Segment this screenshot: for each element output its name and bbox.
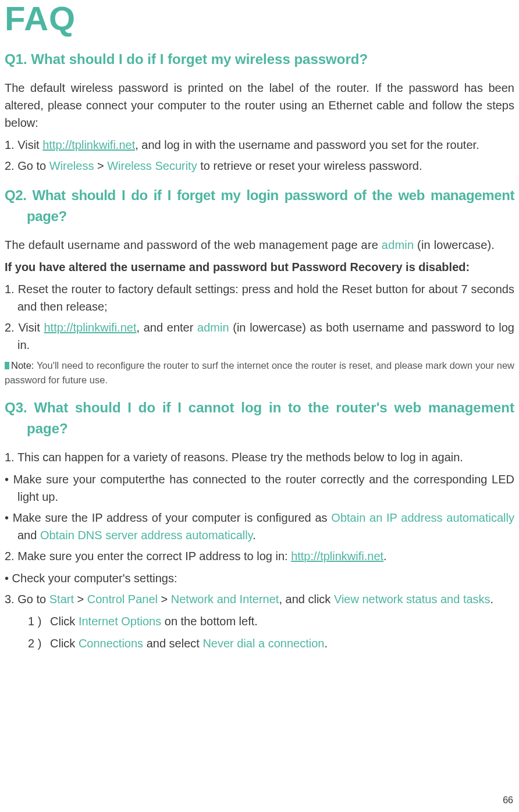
tplink-login-link[interactable]: http://tplinkwifi.net xyxy=(44,321,137,334)
faq-q3-list3: 3. Go to Start > Control Panel > Network… xyxy=(5,590,514,608)
step-number: 2. xyxy=(5,321,18,334)
step-number: 1. xyxy=(5,451,17,464)
faq-q3-label: Q3. xyxy=(5,400,27,415)
faq-q3-bullet1: Make sure your computerthe has connected… xyxy=(5,471,514,505)
text-span: Visit xyxy=(17,138,42,151)
faq-q3-bullet2: Make sure the IP address of your compute… xyxy=(5,509,514,544)
step-number: 2. xyxy=(5,159,17,172)
faq-q3-sub2: 2 )Click Connections and select Never di… xyxy=(28,635,514,652)
text-span: . xyxy=(383,550,387,562)
menu-control-panel: Control Panel xyxy=(87,593,158,606)
text-span: The default username and password of the… xyxy=(5,238,382,251)
menu-internet-options: Internet Options xyxy=(79,615,161,628)
menu-path-wireless-security: Wireless Security xyxy=(107,159,197,172)
admin-keyword: admin xyxy=(382,238,414,251)
text-span: . xyxy=(490,593,494,606)
substep-number: 1 ) xyxy=(28,612,50,630)
text-span: Click xyxy=(50,637,79,650)
faq-q1-step2: 2. Go to Wireless > Wireless Security to… xyxy=(5,157,514,174)
note-text: You'll need to reconfigure the router to… xyxy=(5,360,514,385)
menu-view-network-status: View network status and tasks xyxy=(334,593,490,606)
faq-q1-step1: 1. Visit http://tplinkwifi.net, and log … xyxy=(5,136,514,154)
faq-q3-sublist: 1 )Click Internet Options on the bottom … xyxy=(5,612,514,652)
obtain-ip-auto: Obtain an IP address automatically xyxy=(331,511,514,524)
faq-q3-step1: 1. This can happen for a variety of reas… xyxy=(5,448,514,466)
step-number: 3. xyxy=(5,593,17,606)
faq-q1-heading: Q1. What should I do if I forget my wire… xyxy=(5,49,514,70)
text-span: , and enter xyxy=(136,321,197,334)
faq-q3-step2: 2. Make sure you enter the correct IP ad… xyxy=(5,547,514,565)
faq-q3-list2: 2. Make sure you enter the correct IP ad… xyxy=(5,547,514,565)
faq-q3-bullets1: Make sure your computerthe has connected… xyxy=(5,471,514,544)
faq-q1-intro: The default wireless password is printed… xyxy=(5,79,514,131)
text-span: on the bottom left. xyxy=(161,615,258,628)
text-span: > xyxy=(94,159,107,172)
faq-q1-text: What should I do if I forget my wireless… xyxy=(31,51,368,67)
text-span: . xyxy=(324,637,328,650)
step-number: 1. xyxy=(5,283,18,295)
tplink-login-link[interactable]: http://tplinkwifi.net xyxy=(42,138,135,151)
faq-q2-steps: 1. Reset the router to factory default s… xyxy=(5,280,514,354)
menu-connections: Connections xyxy=(79,637,143,650)
faq-q3-heading: Q3. What should I do if I cannot log in … xyxy=(5,397,514,439)
faq-q3-bullet3: Check your computer's settings: xyxy=(5,569,514,587)
faq-q3-step3: 3. Go to Start > Control Panel > Network… xyxy=(5,590,514,608)
page-title: FAQ xyxy=(5,0,514,37)
step-number: 1. xyxy=(5,138,17,151)
substep-number: 2 ) xyxy=(28,635,50,652)
obtain-dns-auto: Obtain DNS server address automatically xyxy=(40,529,253,542)
faq-q3-bullets2: Check your computer's settings: xyxy=(5,569,514,587)
text-span: Visit xyxy=(18,321,44,334)
text-span: and select xyxy=(143,637,202,650)
faq-q3-list1: 1. This can happen for a variety of reas… xyxy=(5,448,514,466)
step-number: 2. xyxy=(5,550,17,562)
admin-keyword: admin xyxy=(197,321,229,334)
menu-network-internet: Network and Internet xyxy=(171,593,279,606)
faq-q2-label: Q2. xyxy=(5,187,26,203)
text-span: Make sure you enter the correct IP addre… xyxy=(17,550,291,562)
note-marker-icon xyxy=(5,362,9,369)
text-span: to retrieve or reset your wireless passw… xyxy=(197,159,422,172)
faq-q2-note: Note: You'll need to reconfigure the rou… xyxy=(5,358,514,387)
text-span: Go to xyxy=(17,159,49,172)
menu-never-dial: Never dial a connection xyxy=(202,637,324,650)
menu-path-wireless: Wireless xyxy=(49,159,94,172)
faq-q2-step2: 2. Visit http://tplinkwifi.net, and ente… xyxy=(5,319,514,354)
faq-q2-step1: 1. Reset the router to factory default s… xyxy=(5,280,514,315)
faq-q1-steps: 1. Visit http://tplinkwifi.net, and log … xyxy=(5,136,514,174)
faq-q2-heading: Q2. What should I do if I forget my logi… xyxy=(5,185,514,227)
text-span: Go to xyxy=(17,593,49,606)
text-span: and xyxy=(17,529,40,542)
text-span: Reset the router to factory default sett… xyxy=(17,283,514,313)
text-span: , and click xyxy=(279,593,333,606)
page-number: 66 xyxy=(503,793,513,807)
text-span: . xyxy=(253,529,256,542)
note-label: Note: xyxy=(11,360,34,371)
faq-q2-intro: The default username and password of the… xyxy=(5,236,514,254)
tplink-login-link[interactable]: http://tplinkwifi.net xyxy=(291,550,383,562)
faq-q1-label: Q1. xyxy=(5,51,27,67)
faq-q2-bold-line: If you have altered the username and pas… xyxy=(5,258,514,276)
faq-q3-text: What should I do if I cannot log in to t… xyxy=(27,400,514,436)
text-span: > xyxy=(74,593,87,606)
menu-start: Start xyxy=(49,593,74,606)
text-span: Click xyxy=(50,615,79,628)
text-span: This can happen for a variety of reasons… xyxy=(17,451,463,464)
text-span: , and log in with the username and passw… xyxy=(135,138,479,151)
text-span: > xyxy=(158,593,171,606)
faq-q3-sub1: 1 )Click Internet Options on the bottom … xyxy=(28,612,514,630)
text-span: Make sure the IP address of your compute… xyxy=(13,511,332,524)
faq-q2-text: What should I do if I forget my login pa… xyxy=(27,187,514,224)
text-span: (in lowercase). xyxy=(414,238,495,251)
